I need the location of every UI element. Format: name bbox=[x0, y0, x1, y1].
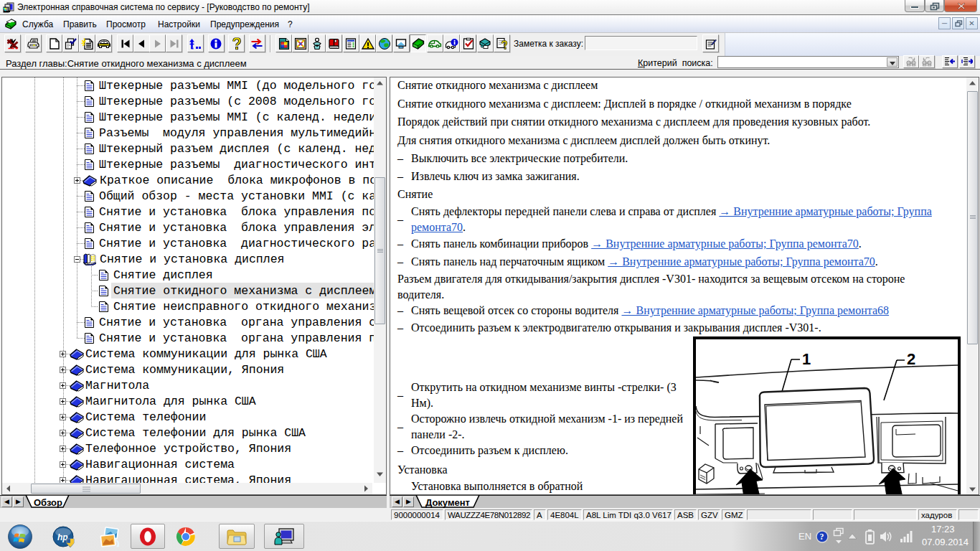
svg-text:?: ? bbox=[819, 532, 824, 542]
svg-text:1: 1 bbox=[802, 350, 811, 368]
svg-text:hp: hp bbox=[57, 532, 68, 542]
svg-text:2: 2 bbox=[907, 350, 915, 368]
